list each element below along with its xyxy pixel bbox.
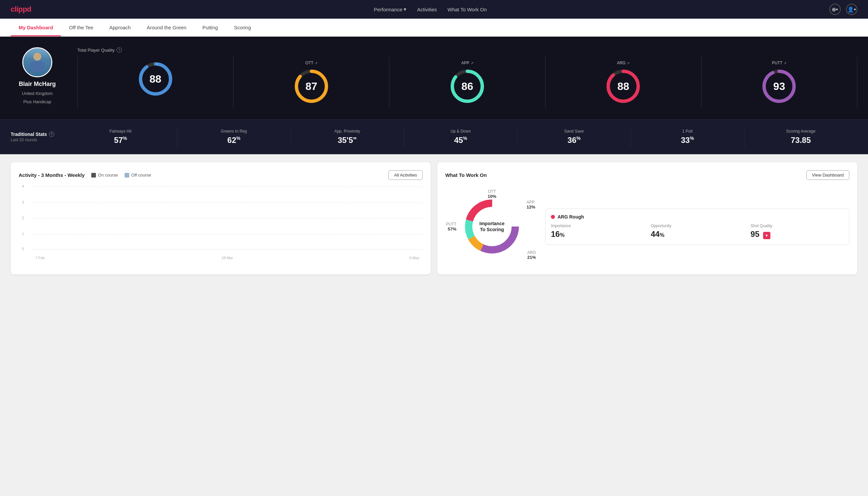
wic-importance: Importance 16% — [551, 223, 644, 239]
traditional-stats-section: Traditional Stats ? Last 20 rounds Fairw… — [0, 119, 868, 154]
arg-label: ARG ↗ — [617, 61, 630, 65]
donut-svg-container: Importance To Scoring — [462, 197, 522, 257]
stat-items: Fairways Hit 57% Greens In Reg 62% App. … — [64, 126, 857, 148]
trad-label: Traditional Stats ? Last 20 rounds — [11, 131, 64, 142]
score-arg: ARG ↗ 88 — [546, 57, 701, 109]
score-overall: 88 — [78, 57, 234, 109]
arg-donut-label: ARG 21% — [527, 250, 536, 260]
svg-rect-3 — [41, 63, 45, 71]
ring-ott: 87 — [293, 68, 330, 105]
top-nav: clippd Performance ▾ Activities What To … — [0, 0, 868, 19]
score-ott: OTT ↗ 87 — [234, 57, 389, 109]
tab-scoring[interactable]: Scoring — [226, 19, 259, 36]
activity-chart-panel: Activity - 3 Months - Weekly On course O… — [11, 162, 431, 275]
user-menu-button[interactable]: 👤 ▾ — [846, 4, 857, 15]
wic-metrics: Importance 16% Opportunity 44% Shot Qual… — [551, 223, 844, 239]
x-label-feb: 7 Feb — [35, 256, 163, 260]
stat-scoring-average: Scoring Average 73.85 — [744, 126, 857, 148]
legend-off-course: Off course — [125, 173, 151, 177]
tab-off-the-tee[interactable]: Off the Tee — [61, 19, 101, 36]
donut-section: OTT 10% APP 12% ARG 21% PUTT 57% — [445, 187, 849, 266]
x-label-mar: 28 Mar — [163, 256, 291, 260]
stat-up-and-down: Up & Down 45% — [404, 126, 517, 148]
player-info: Blair McHarg United Kingdom Plus Handica… — [11, 47, 64, 104]
scores-title: Total Player Quality ? — [77, 47, 857, 52]
stat-app-proximity: App. Proximity 35'5" — [291, 126, 404, 148]
what-to-work-on-panel: What To Work On View Dashboard OTT 10% A… — [437, 162, 857, 275]
score-cards: 88 OTT ↗ 87 — [77, 57, 857, 109]
stat-fairways-hit: Fairways Hit 57% — [64, 126, 177, 148]
trad-subtitle: Last 20 rounds — [11, 138, 64, 142]
user-chevron-icon: ▾ — [854, 7, 856, 12]
putt-trend-icon: ↗ — [784, 61, 786, 65]
avatar — [22, 47, 52, 77]
nav-performance[interactable]: Performance ▾ — [374, 6, 406, 12]
stat-1-putt: 1 Putt 33% — [631, 126, 744, 148]
hero-section: Blair McHarg United Kingdom Plus Handica… — [0, 37, 868, 119]
bars-container — [32, 187, 423, 250]
stat-greens-in-reg: Greens In Reg 62% — [177, 126, 290, 148]
tab-around-the-green[interactable]: Around the Green — [139, 19, 194, 36]
shot-quality-badge: ▼ — [763, 232, 770, 239]
donut-center-text: Importance To Scoring — [479, 220, 504, 233]
player-handicap: Plus Handicap — [23, 99, 51, 104]
add-button[interactable]: ⊕ ▾ — [830, 4, 841, 15]
tab-putting[interactable]: Putting — [194, 19, 226, 36]
nav-activities[interactable]: Activities — [417, 7, 437, 12]
chevron-down-icon-sm: ▾ — [836, 7, 838, 12]
ring-putt: 93 — [761, 68, 798, 105]
nav-links: Performance ▾ Activities What To Work On — [374, 6, 487, 12]
ring-app: 86 — [449, 68, 486, 105]
what-to-work-on-title: What To Work On — [445, 172, 487, 178]
bar-chart: 4 3 2 1 0 7 Feb 28 Mar 9 May — [19, 187, 423, 260]
on-course-dot — [91, 173, 96, 177]
help-icon[interactable]: ? — [116, 47, 122, 52]
ring-overall: 88 — [137, 61, 174, 97]
ott-trend-icon: ↗ — [315, 61, 317, 65]
ott-label: OTT ↗ — [305, 61, 317, 65]
nav-right: ⊕ ▾ 👤 ▾ — [830, 4, 857, 15]
wic-shot-quality: Shot Quality 95 ▼ — [751, 223, 844, 239]
arg-rough-card: ARG Rough Importance 16% Opportunity 44% — [545, 208, 849, 245]
putt-donut-label: PUTT 57% — [446, 222, 456, 232]
app-trend-icon: ↗ — [471, 61, 473, 65]
score-putt: PUTT ↗ 93 — [701, 57, 857, 109]
wic-opportunity: Opportunity 44% — [651, 223, 744, 239]
wic-dot — [551, 215, 555, 219]
activity-chart-title: Activity - 3 Months - Weekly — [19, 172, 84, 178]
score-app: APP ↗ 86 — [389, 57, 545, 109]
wic-name: ARG Rough — [557, 214, 584, 219]
player-name: Blair McHarg — [19, 81, 56, 88]
svg-point-0 — [33, 52, 41, 61]
ring-arg: 88 — [605, 68, 642, 105]
app-label: APP ↗ — [461, 61, 473, 65]
player-country: United Kingdom — [22, 91, 53, 96]
what-to-work-on-header: What To Work On View Dashboard — [445, 170, 849, 180]
arg-trend-icon: ↗ — [627, 61, 630, 65]
tab-approach[interactable]: Approach — [101, 19, 139, 36]
tab-my-dashboard[interactable]: My Dashboard — [11, 19, 61, 36]
chart-legend: On course Off course — [91, 173, 151, 177]
app-donut-label: APP 12% — [526, 200, 535, 210]
nav-what-to-work-on[interactable]: What To Work On — [448, 7, 487, 12]
activity-chart-header: Activity - 3 Months - Weekly On course O… — [19, 170, 423, 180]
wic-header: ARG Rough — [551, 214, 844, 219]
x-labels: 7 Feb 28 Mar 9 May — [32, 256, 423, 260]
tabs-bar: My Dashboard Off the Tee Approach Around… — [0, 19, 868, 37]
svg-rect-2 — [30, 63, 34, 71]
putt-label: PUTT ↗ — [772, 61, 786, 65]
bottom-panels: Activity - 3 Months - Weekly On course O… — [0, 154, 868, 282]
scores-section: Total Player Quality ? 88 — [77, 47, 857, 109]
logo[interactable]: clippd — [11, 5, 31, 14]
trad-title: Traditional Stats ? — [11, 131, 64, 137]
donut-chart-wrapper: OTT 10% APP 12% ARG 21% PUTT 57% — [445, 187, 539, 266]
off-course-dot — [125, 173, 129, 177]
plus-icon: ⊕ — [832, 6, 836, 13]
x-label-may: 9 May — [291, 256, 419, 260]
legend-on-course: On course — [91, 173, 118, 177]
all-activities-button[interactable]: All Activities — [388, 170, 423, 180]
view-dashboard-button[interactable]: View Dashboard — [806, 170, 849, 180]
user-icon: 👤 — [847, 6, 854, 13]
trad-help-icon[interactable]: ? — [49, 131, 54, 137]
stat-sand-save: Sand Save 36% — [518, 126, 631, 148]
